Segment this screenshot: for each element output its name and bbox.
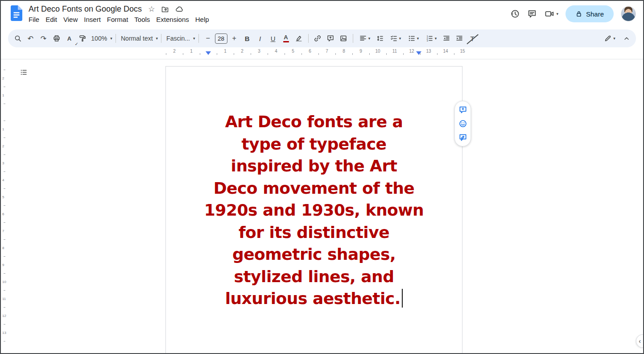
redo-icon[interactable]: ↷ xyxy=(37,33,50,45)
add-comment-icon[interactable] xyxy=(325,33,337,45)
underline-icon[interactable]: U xyxy=(267,33,279,45)
highlight-color-icon[interactable] xyxy=(293,33,305,45)
menu-view[interactable]: View xyxy=(60,15,81,24)
doc-line: for its distinctive xyxy=(166,221,462,244)
avatar[interactable] xyxy=(621,6,636,21)
menu-insert[interactable]: Insert xyxy=(81,15,104,24)
menu-format[interactable]: Format xyxy=(104,15,132,24)
horizontal-ruler[interactable]: 21123456789101112131415 xyxy=(1,47,643,57)
zoom-caret-icon: ▾ xyxy=(110,36,112,41)
ruler-tick xyxy=(166,53,166,55)
ruler-number: 1 xyxy=(224,49,227,54)
ruler-tick xyxy=(437,53,438,55)
italic-icon[interactable]: I xyxy=(254,33,266,45)
ruler-tick xyxy=(318,53,319,55)
font-select[interactable]: Fascin...▾ xyxy=(165,33,195,45)
editing-mode-select[interactable]: ▾ xyxy=(600,33,619,45)
ruler-tick xyxy=(454,53,454,55)
bold-icon[interactable]: B xyxy=(241,33,253,45)
ruler-tick xyxy=(4,307,5,308)
ruler-number: 7 xyxy=(2,229,4,233)
meet-caret-icon[interactable]: ▾ xyxy=(556,12,558,16)
ruler-tick xyxy=(335,53,336,55)
meet-video-icon[interactable]: ▾ xyxy=(544,9,558,19)
ruler-tick xyxy=(217,53,217,55)
document-page[interactable]: Art Deco fonts are a type of typeface in… xyxy=(165,66,462,354)
styles-select[interactable]: Normal text▾ xyxy=(119,33,158,45)
toolbar-separator xyxy=(161,34,161,43)
ruler-tick xyxy=(4,341,5,342)
star-icon[interactable]: ☆ xyxy=(148,4,155,14)
comments-icon[interactable] xyxy=(527,9,537,19)
vertical-ruler[interactable]: 2112345678910111213 xyxy=(1,59,8,353)
spellcheck-icon[interactable]: A✓ xyxy=(63,33,75,45)
ruler-number: 9 xyxy=(359,49,362,54)
ruler-tick xyxy=(4,154,5,155)
menu-edit[interactable]: Edit xyxy=(42,15,60,24)
ruler-tick xyxy=(352,53,353,55)
ruler-number: 13 xyxy=(426,49,431,54)
ruler-number: 1 xyxy=(2,127,4,131)
checklist-icon[interactable]: ▾ xyxy=(387,33,404,45)
ruler-tick xyxy=(4,324,5,325)
fab-suggest-edits-icon[interactable] xyxy=(458,133,467,142)
document-title[interactable]: Art Deco Fonts on Google Docs xyxy=(29,4,142,14)
document-outline-icon[interactable] xyxy=(20,68,28,78)
undo-icon[interactable]: ↶ xyxy=(25,33,37,45)
ruler-number: 9 xyxy=(2,263,4,267)
doc-line: stylized lines, and xyxy=(166,266,462,288)
doc-line: type of typeface xyxy=(166,133,462,155)
menu-tools[interactable]: Tools xyxy=(131,15,153,24)
ruler-tick xyxy=(4,222,5,223)
insert-image-icon[interactable] xyxy=(338,33,350,45)
decrease-indent-icon[interactable] xyxy=(441,33,453,45)
align-icon[interactable]: ▾ xyxy=(356,33,373,45)
bulleted-list-caret-icon: ▾ xyxy=(417,36,419,41)
ruler-number: 4 xyxy=(2,178,4,182)
ruler-tick xyxy=(4,137,5,138)
version-history-icon[interactable] xyxy=(510,9,520,19)
menu-file[interactable]: File xyxy=(25,15,42,24)
line-spacing-icon[interactable] xyxy=(374,33,386,45)
doc-line: geometric shapes, xyxy=(166,243,462,266)
font-size-input[interactable]: 28 xyxy=(215,33,227,44)
numbered-list-caret-icon: ▾ xyxy=(435,36,437,41)
fab-add-comment-icon[interactable] xyxy=(458,105,467,114)
share-button[interactable]: Share xyxy=(566,5,614,22)
left-indent-marker[interactable] xyxy=(206,51,211,58)
decrease-font-size-icon[interactable]: − xyxy=(202,33,214,45)
ruler-number: 3 xyxy=(258,49,260,54)
bulleted-list-icon[interactable]: ▾ xyxy=(405,33,422,45)
clear-formatting-icon[interactable]: T xyxy=(466,33,479,45)
right-indent-marker[interactable] xyxy=(416,51,421,58)
doc-line: 1920s and 1930s, known xyxy=(166,199,462,221)
ruler-number: 14 xyxy=(443,49,448,54)
ruler-number: 2 xyxy=(173,49,176,54)
hide-menus-icon[interactable] xyxy=(620,33,632,45)
share-label: Share xyxy=(586,10,604,18)
align-caret-icon: ▾ xyxy=(368,36,371,41)
ruler-number: 13 xyxy=(2,331,6,335)
menu-extensions[interactable]: Extensions xyxy=(153,15,192,24)
ruler-number: 7 xyxy=(326,49,328,54)
search-icon[interactable] xyxy=(12,33,24,45)
fab-emoji-icon[interactable] xyxy=(458,119,467,128)
move-folder-icon[interactable] xyxy=(161,5,169,13)
google-docs-logo-icon[interactable] xyxy=(11,5,22,24)
document-canvas: 2112345678910111213 Art Deco fonts are a… xyxy=(1,59,643,353)
zoom-select[interactable]: 100%▾ xyxy=(89,33,112,45)
ruler-tick xyxy=(4,104,5,104)
cloud-status-icon xyxy=(175,5,184,13)
ruler-tick xyxy=(4,171,5,172)
print-icon[interactable] xyxy=(50,33,62,45)
insert-link-icon[interactable] xyxy=(312,33,324,45)
increase-font-size-icon[interactable]: + xyxy=(228,33,240,45)
increase-indent-icon[interactable] xyxy=(454,33,466,45)
doc-line: Art Deco fonts are a xyxy=(166,111,462,133)
numbered-list-icon[interactable]: 123 ▾ xyxy=(423,33,440,45)
text-color-icon[interactable]: A xyxy=(280,33,292,45)
ruler-number: 12 xyxy=(409,49,414,54)
ruler-number: 11 xyxy=(392,49,397,54)
menu-help[interactable]: Help xyxy=(192,15,212,24)
text-cursor xyxy=(402,289,403,308)
